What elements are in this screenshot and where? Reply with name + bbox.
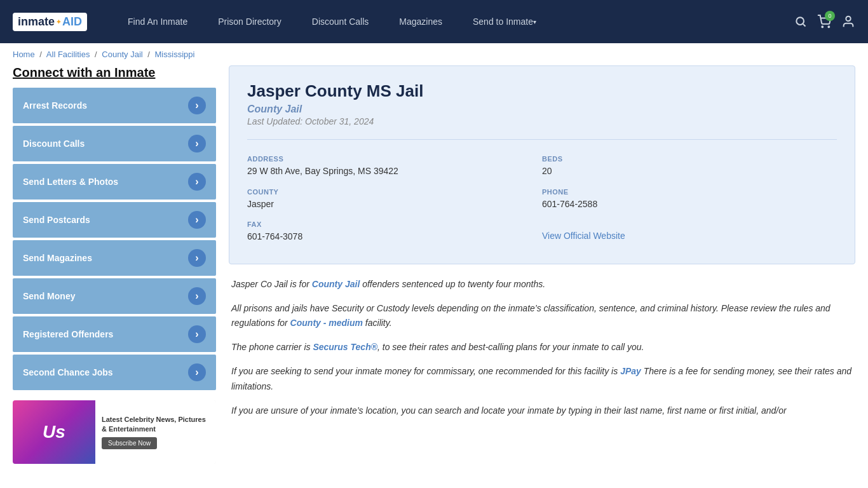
logo-star-icon: ✦ [56,18,61,25]
sidebar-btn-send-magazines[interactable]: Send Magazines › [13,240,216,276]
beds-value: 20 [542,165,837,178]
phone-cell: PHONE 601-764-2588 [542,183,837,216]
phone-value: 601-764-2588 [542,198,837,211]
nav-links: Find An Inmate Prison Directory Discount… [112,0,794,43]
cart-button[interactable]: 0 [817,15,831,29]
svg-point-0 [796,17,804,25]
website-cell: View Official Website [542,215,837,248]
jpay-link[interactable]: JPay [620,366,641,376]
facility-name: Jasper County MS Jail [247,81,837,101]
sidebar-label-send-postcards: Send Postcards [23,215,90,225]
arrow-icon-5: › [188,287,206,305]
cart-badge: 0 [825,11,835,21]
desc-para3-pre: The phone carrier is [231,342,313,352]
fax-value: 601-764-3078 [247,231,542,243]
address-value: 29 W 8th Ave, Bay Springs, MS 39422 [247,165,542,178]
nav-discount-calls[interactable]: Discount Calls [297,0,384,43]
main-content: Jasper County MS Jail County Jail Last U… [229,65,855,464]
ad-subscribe-button[interactable]: Subscribe Now [102,437,157,449]
phone-label: PHONE [542,188,837,196]
address-label: ADDRESS [247,155,542,163]
county-medium-link[interactable]: County - medium [290,318,363,328]
sidebar-btn-second-chance-jobs[interactable]: Second Chance Jobs › [13,355,216,390]
desc-para-3: The phone carrier is Securus Tech®, to s… [231,340,853,355]
breadcrumb: Home / All Facilities / County Jail / Mi… [0,43,868,65]
desc-para-1: Jasper Co Jail is for County Jail offend… [231,277,853,292]
logo-text-inmate: inmate [18,15,55,29]
arrow-icon-4: › [188,249,206,267]
svg-line-1 [803,24,806,27]
address-cell: ADDRESS 29 W 8th Ave, Bay Springs, MS 39… [247,150,542,183]
svg-point-3 [828,26,829,27]
page-content: Connect with an Inmate Arrest Records › … [0,65,868,477]
sidebar-btn-discount-calls[interactable]: Discount Calls › [13,126,216,161]
facility-type: County Jail [247,104,837,115]
arrow-icon-1: › [188,135,206,152]
beds-cell: BEDS 20 [542,150,837,183]
breadcrumb-sep-2: / [95,50,97,59]
county-jail-link-1[interactable]: County Jail [312,279,360,289]
arrow-icon-6: › [188,325,206,343]
sidebar-title: Connect with an Inmate [13,65,216,80]
sidebar-btn-registered-offenders[interactable]: Registered Offenders › [13,316,216,352]
sidebar-label-registered-offenders: Registered Offenders [23,329,113,339]
facility-card: Jasper County MS Jail County Jail Last U… [229,65,855,264]
sidebar-label-second-chance-jobs: Second Chance Jobs [23,367,113,377]
arrow-icon-7: › [188,363,206,381]
main-nav: inmate ✦ AID Find An Inmate Prison Direc… [0,0,868,43]
logo-text-aid: AID [62,15,82,29]
desc-para1-pre: Jasper Co Jail is for [231,279,312,289]
sidebar-label-send-letters: Send Letters & Photos [23,177,118,187]
desc-para-5: If you are unsure of your inmate’s locat… [231,403,853,419]
arrow-icon-0: › [188,97,206,114]
sidebar-btn-arrest-records[interactable]: Arrest Records › [13,88,216,123]
breadcrumb-sep-1: / [39,50,42,59]
sidebar-label-send-money: Send Money [23,291,75,301]
sidebar-btn-send-money[interactable]: Send Money › [13,278,216,314]
svg-point-4 [846,17,850,21]
breadcrumb-home[interactable]: Home [13,50,35,59]
nav-prison-directory[interactable]: Prison Directory [203,0,297,43]
arrow-icon-3: › [188,211,206,229]
sidebar-label-send-magazines: Send Magazines [23,253,92,263]
desc-para-4: If you are seeking to send your inmate m… [231,364,853,395]
desc-para-2: All prisons and jails have Security or C… [231,301,853,332]
nav-magazines[interactable]: Magazines [384,0,458,43]
arrow-icon-2: › [188,173,206,191]
desc-para1-post: offenders sentenced up to twenty four mo… [360,279,545,289]
search-button[interactable] [794,15,807,28]
ad-text-content: Latest Celebrity News, Pictures & Entert… [95,400,216,464]
facility-updated: Last Updated: October 31, 2024 [247,116,837,126]
sidebar-btn-send-letters[interactable]: Send Letters & Photos › [13,164,216,200]
securus-tech-link[interactable]: Securus Tech® [313,342,377,352]
facility-details: ADDRESS 29 W 8th Ave, Bay Springs, MS 39… [247,139,837,248]
ad-brand-logo: Us [13,400,95,464]
fax-label: FAX [247,220,542,228]
logo[interactable]: inmate ✦ AID [13,13,87,31]
nav-send-to-inmate[interactable]: Send to Inmate [458,0,552,43]
sidebar-ad: Us Latest Celebrity News, Pictures & Ent… [13,400,216,464]
sidebar-btn-send-postcards[interactable]: Send Postcards › [13,202,216,238]
ad-headline: Latest Celebrity News, Pictures & Entert… [102,415,210,433]
sidebar: Connect with an Inmate Arrest Records › … [13,65,216,464]
user-button[interactable] [841,15,855,29]
svg-point-2 [822,26,823,27]
breadcrumb-county-jail[interactable]: County Jail [102,50,142,59]
desc-para3-post: , to see their rates and best-calling pl… [377,342,644,352]
sidebar-label-arrest-records: Arrest Records [23,100,87,111]
view-official-website-link[interactable]: View Official Website [542,231,625,241]
sidebar-label-discount-calls: Discount Calls [23,139,85,149]
nav-find-inmate[interactable]: Find An Inmate [112,0,203,43]
description-area: Jasper Co Jail is for County Jail offend… [229,277,855,419]
county-label: COUNTY [247,188,542,196]
website-spacer [542,220,837,228]
desc-para2-post: facility. [363,318,392,328]
breadcrumb-sep-3: / [147,50,150,59]
desc-para4-pre: If you are seeking to send your inmate m… [231,366,620,376]
county-cell: COUNTY Jasper [247,183,542,216]
breadcrumb-all-facilities[interactable]: All Facilities [46,50,90,59]
beds-label: BEDS [542,155,837,163]
nav-icons: 0 [794,15,855,29]
breadcrumb-state[interactable]: Mississippi [155,50,195,59]
fax-cell: FAX 601-764-3078 [247,215,542,248]
